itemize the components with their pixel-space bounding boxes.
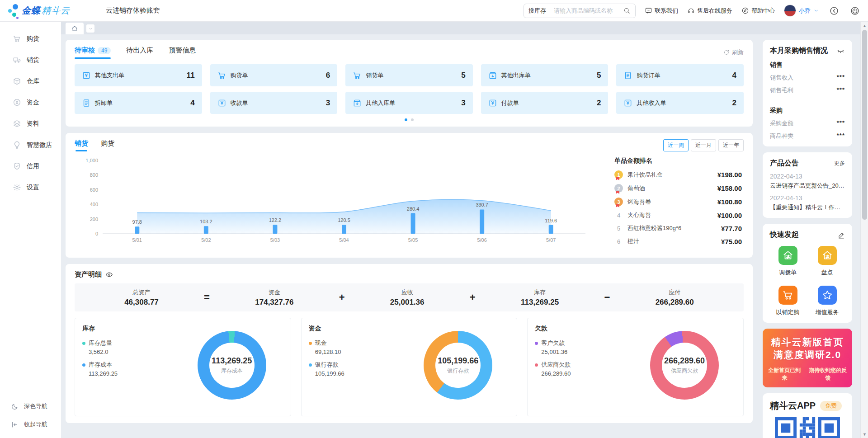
search-icon[interactable]: [623, 7, 631, 14]
stat-count: 3: [461, 99, 465, 108]
tab-sales[interactable]: 销货: [75, 139, 88, 151]
sidebar-item-sales[interactable]: 销货: [0, 49, 61, 71]
pager-dot-2[interactable]: [411, 118, 414, 121]
sidebar-item-purchase[interactable]: 购货: [0, 28, 61, 49]
search-input[interactable]: [554, 7, 623, 14]
ranking-row[interactable]: 4夹心海苔¥100.00: [614, 211, 742, 219]
stat-card-disassembly[interactable]: 拆卸单4: [75, 92, 202, 114]
tab-pending-approval[interactable]: 待审核 49: [75, 46, 111, 59]
username[interactable]: 小乔: [799, 7, 811, 15]
stat-count: 6: [326, 71, 330, 80]
scrollbar-thumb[interactable]: [862, 30, 867, 220]
ranking-row[interactable]: 2葡萄酒¥158.00: [614, 184, 742, 193]
sidebar-item-data[interactable]: 资料: [0, 113, 61, 134]
edit-quick-actions-button[interactable]: [838, 231, 845, 239]
monthly-title: 本月采购销售情况: [770, 46, 828, 56]
survey-promo-banner[interactable]: 精斗云新版首页 满意度调研2.0 全新首页已到来 期待收到您的反馈: [763, 329, 852, 387]
kv-row: 销售收入***: [770, 74, 845, 82]
sidebar-item-funds[interactable]: 资金: [0, 92, 61, 113]
term-value: 25,001.36: [390, 298, 425, 307]
tab-alerts[interactable]: 预警信息: [169, 46, 196, 59]
contact-us-link[interactable]: 联系我们: [645, 7, 678, 15]
range-month-button[interactable]: 近一月: [691, 139, 716, 151]
stat-card-other-income[interactable]: 其他收入单2: [616, 92, 744, 114]
search-scope-label[interactable]: 搜库存: [528, 7, 546, 15]
account-title: 云进销存体验账套: [106, 6, 160, 15]
scroll-up-arrow[interactable]: ▲: [861, 22, 868, 29]
aftersales-service-label: 售后在线服务: [697, 7, 732, 15]
tab-pending-inout[interactable]: 待出入库: [126, 46, 153, 59]
quick-action-transfer[interactable]: 调拨单: [770, 246, 806, 277]
back-button[interactable]: [828, 5, 840, 17]
quick-action-label: 调拨单: [779, 268, 797, 277]
formula-term-funds: 资金174,327.76: [255, 288, 293, 307]
sidebar-item-warehouse[interactable]: 仓库: [0, 71, 61, 92]
quick-action-stocktake[interactable]: 盘点: [809, 246, 845, 277]
stat-card-other-inbound[interactable]: 其他入库单3: [345, 92, 473, 114]
tab-purchase[interactable]: 购货: [101, 139, 114, 151]
tabs-dropdown-button[interactable]: [86, 24, 94, 33]
sales-group-title: 销售: [770, 61, 845, 69]
stat-card-payment[interactable]: 付款单2: [481, 92, 609, 114]
doc-icon: [623, 71, 632, 80]
ranking-row[interactable]: 6橙汁¥75.00: [614, 237, 742, 245]
app-logo[interactable]: 金蝶 精斗云: [6, 3, 101, 19]
eye-icon[interactable]: [105, 271, 113, 278]
sidebar-item-label: 设置: [27, 184, 39, 192]
ranking-row[interactable]: 1果汁饮品礼盒¥198.00: [614, 170, 742, 179]
announcement-item[interactable]: 2022-04-13 云进销存产品更新公告_20220...: [770, 173, 845, 190]
stat-card-purchase-order[interactable]: 购货单6: [210, 64, 338, 86]
quick-action-buy-to-sell[interactable]: 以销定购: [770, 286, 806, 316]
scroll-down-arrow[interactable]: ▼: [861, 430, 868, 438]
gold-medal-icon: 1: [614, 170, 623, 179]
legend-dot: [535, 342, 538, 345]
legend-label: 现金: [315, 339, 327, 347]
ranking-row[interactable]: 3烤海苔卷¥100.80: [614, 198, 742, 206]
product-amount: ¥100.80: [717, 198, 742, 206]
operator-plus: +: [339, 292, 345, 303]
rank-number: 5: [614, 225, 623, 232]
product-amount: ¥75.00: [721, 238, 742, 245]
refresh-label: 刷新: [732, 48, 744, 57]
dark-nav-toggle[interactable]: 深色导航: [0, 397, 61, 415]
inventory-search[interactable]: 搜库存: [524, 4, 636, 18]
aftersales-service-link[interactable]: 售后在线服务: [687, 7, 732, 15]
stat-card-receipt[interactable]: 收款单3: [210, 92, 338, 114]
chevron-down-icon: [813, 8, 819, 14]
ranking-row[interactable]: 5西红柿意粉酱190g*6¥77.70: [614, 224, 742, 232]
stat-card-purchase-request[interactable]: 购货订单4: [616, 64, 744, 86]
announcement-item[interactable]: 2022-04-13 【重要通知】精斗云工作台域...: [770, 194, 845, 212]
sidebar-item-settings[interactable]: 设置: [0, 177, 61, 198]
pager-dot-1[interactable]: [405, 118, 407, 121]
term-value: 266,289.60: [656, 298, 694, 307]
more-link[interactable]: 更多: [834, 160, 845, 167]
truck-icon: [13, 56, 21, 64]
operator-equals: =: [204, 292, 210, 303]
avatar[interactable]: [784, 5, 796, 17]
help-center-link[interactable]: 帮助中心: [741, 7, 775, 15]
stat-card-other-outbound[interactable]: 其他出库单5: [481, 64, 609, 86]
sidebar-item-smart-store[interactable]: 智慧微店: [0, 134, 61, 155]
kv-value-masked: ***: [837, 74, 845, 82]
quick-action-value-services[interactable]: 增值服务: [809, 286, 845, 316]
layers-icon: [13, 119, 21, 128]
product-amount: ¥158.00: [717, 184, 742, 192]
stat-label: 拆卸单: [95, 99, 113, 107]
collapse-nav-toggle[interactable]: 收起导航: [0, 415, 61, 433]
range-year-button[interactable]: 近一年: [718, 139, 744, 151]
purchase-group-title: 采购: [770, 107, 845, 115]
stat-card-other-expense[interactable]: 其他支出单11: [75, 64, 202, 86]
hide-values-toggle[interactable]: [836, 47, 845, 55]
logout-button[interactable]: [849, 5, 861, 17]
sidebar-item-credit[interactable]: 信用: [0, 155, 61, 177]
home-icon: [71, 25, 78, 32]
user-menu[interactable]: 小乔: [784, 5, 819, 17]
operator-plus: +: [470, 292, 476, 303]
brand-name-bold: 金蝶: [22, 5, 41, 17]
refresh-button[interactable]: 刷新: [723, 48, 744, 57]
svg-text:280.4: 280.4: [407, 206, 420, 212]
home-tab[interactable]: [66, 23, 84, 34]
range-week-button[interactable]: 近一周: [663, 139, 689, 151]
overview-pager: [75, 114, 744, 123]
stat-card-sales-order[interactable]: 销货单5: [345, 64, 473, 86]
